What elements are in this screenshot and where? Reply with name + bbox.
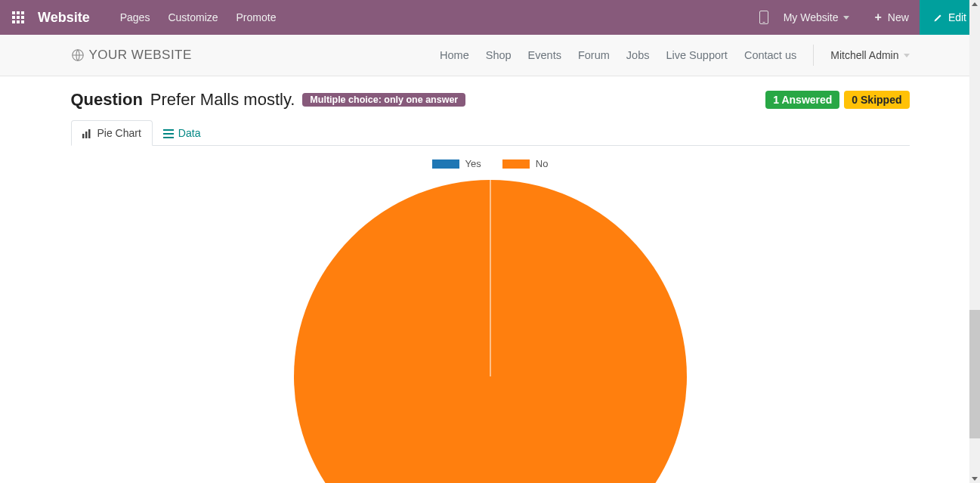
nav-home[interactable]: Home [440, 49, 469, 61]
legend-yes-label: Yes [465, 158, 481, 169]
question-text: Prefer Malls mostly. [150, 90, 295, 110]
user-name: Mitchell Admin [830, 49, 898, 61]
vertical-scrollbar[interactable] [969, 0, 980, 483]
nav-forum[interactable]: Forum [578, 49, 610, 61]
site-logo[interactable]: YOUR WEBSITE [71, 48, 192, 63]
nav-customize[interactable]: Customize [168, 11, 218, 23]
svg-rect-3 [88, 129, 91, 138]
tab-data-label: Data [178, 127, 201, 139]
pie-chart-wrap [71, 180, 910, 483]
svg-rect-4 [163, 129, 174, 131]
question-stats: 1 Answered 0 Skipped [765, 91, 909, 109]
nav-pages[interactable]: Pages [120, 11, 150, 23]
site-logo-text: YOUR WEBSITE [89, 48, 192, 63]
chevron-down-icon [904, 54, 910, 57]
legend-swatch-yes [432, 159, 459, 169]
pie-chart[interactable] [294, 180, 687, 483]
answered-badge: 1 Answered [765, 91, 839, 109]
bar-chart-icon [82, 128, 93, 138]
edit-label: Edit [948, 11, 966, 23]
my-website-label: My Website [784, 11, 839, 23]
user-dropdown[interactable]: Mitchell Admin [830, 49, 909, 61]
app-title[interactable]: Website [38, 10, 90, 26]
svg-rect-6 [163, 137, 174, 138]
scroll-thumb[interactable] [969, 310, 980, 438]
view-tabs: Pie Chart Data [71, 120, 910, 146]
chevron-down-icon [843, 16, 849, 20]
legend-swatch-no [502, 159, 530, 169]
page-content: Question Prefer Malls mostly. Multiple c… [71, 76, 910, 483]
pencil-icon [933, 13, 942, 22]
question-label: Question [71, 90, 143, 110]
tab-data[interactable]: Data [153, 120, 212, 145]
nav-events[interactable]: Events [528, 49, 561, 61]
nav-separator [813, 45, 814, 66]
new-label: New [888, 11, 909, 23]
topbar: Website Pages Customize Promote My Websi… [0, 0, 980, 35]
svg-rect-1 [82, 134, 85, 138]
site-nav: Home Shop Events Forum Jobs Live Support… [440, 45, 909, 66]
nav-live-support[interactable]: Live Support [666, 49, 727, 61]
legend-no-label: No [536, 158, 549, 169]
mobile-preview-icon[interactable] [759, 11, 768, 24]
my-website-dropdown[interactable]: My Website [784, 11, 849, 23]
topbar-right: My Website + New Edit [759, 0, 968, 35]
chart-legend: Yes No [71, 158, 910, 169]
skipped-badge: 0 Skipped [844, 91, 909, 109]
nav-jobs[interactable]: Jobs [626, 49, 650, 61]
tab-pie-chart[interactable]: Pie Chart [71, 120, 153, 146]
question-row: Question Prefer Malls mostly. Multiple c… [71, 90, 910, 110]
globe-icon [71, 48, 85, 62]
plus-icon: + [875, 11, 882, 23]
new-button[interactable]: + New [864, 0, 920, 35]
svg-rect-2 [85, 132, 88, 138]
scroll-up-arrow[interactable] [972, 2, 978, 6]
nav-promote[interactable]: Promote [236, 11, 277, 23]
scroll-down-arrow[interactable] [972, 477, 978, 481]
nav-contact[interactable]: Contact us [744, 49, 796, 61]
legend-yes[interactable]: Yes [432, 158, 481, 169]
tab-pie-label: Pie Chart [97, 127, 141, 139]
site-header: YOUR WEBSITE Home Shop Events Forum Jobs… [0, 35, 980, 76]
question-type-badge: Multiple choice: only one answer [302, 93, 465, 107]
top-nav: Pages Customize Promote [120, 11, 277, 23]
legend-no[interactable]: No [502, 158, 549, 169]
nav-shop[interactable]: Shop [486, 49, 512, 61]
svg-rect-5 [163, 133, 174, 135]
list-icon [163, 128, 174, 138]
apps-icon[interactable] [12, 11, 24, 23]
